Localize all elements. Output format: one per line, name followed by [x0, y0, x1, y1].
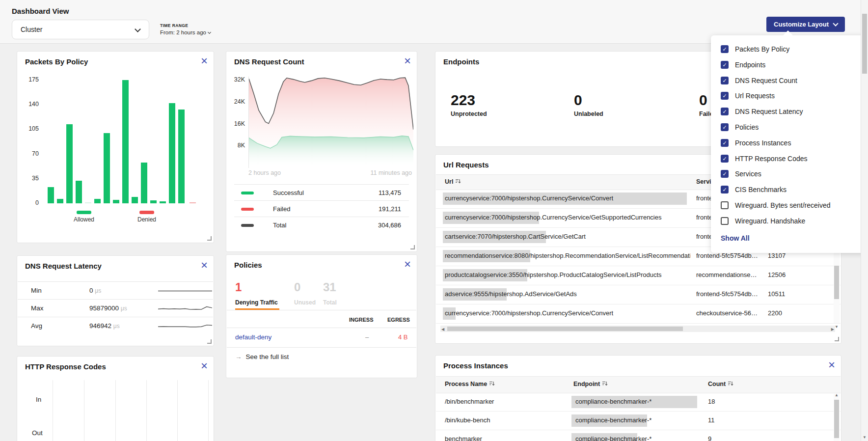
table-row[interactable]: currencyservice:7000/hipstershop.Currenc… — [436, 304, 841, 324]
table-row[interactable]: /bin/kube-benchcompliance-benchmarker-*1… — [436, 411, 841, 430]
checkbox-checked-icon[interactable]: ✓ — [721, 92, 729, 100]
y-axis-tick: 16K — [230, 120, 245, 127]
allowed-bar — [113, 200, 119, 203]
url-cell: currencyservice:7000/hipstershop.Currenc… — [445, 309, 690, 317]
chevron-down-icon — [208, 30, 211, 34]
arrow-right-icon: → — [235, 353, 242, 360]
count-cell: 18 — [708, 398, 747, 405]
menu-item[interactable]: Wireguard. Handshake — [721, 216, 805, 226]
menu-item-label: Wireguard. Bytes sent/received — [735, 201, 831, 209]
chart-gridline — [53, 380, 53, 441]
latency-sparkline — [158, 287, 212, 297]
checkbox-checked-icon[interactable]: ✓ — [721, 139, 729, 147]
card-title: HTTP Response Codes — [25, 362, 106, 371]
checkbox-checked-icon[interactable]: ✓ — [721, 123, 729, 131]
legend-label: Total — [273, 221, 286, 229]
show-all-link[interactable]: Show All — [721, 234, 750, 242]
menu-item[interactable]: ✓CIS Benchmarks — [721, 184, 787, 195]
close-icon[interactable]: × — [201, 359, 208, 372]
table-row[interactable]: /bin/benchmarkercompliance-benchmarker-*… — [436, 392, 841, 412]
menu-item[interactable]: ✓Url Requests — [721, 90, 775, 101]
y-axis-tick: 24K — [230, 98, 245, 105]
see-full-list-link[interactable]: →See the full list — [235, 353, 289, 360]
stat-value: 0 — [574, 92, 582, 109]
checkbox-checked-icon[interactable]: ✓ — [721, 170, 729, 178]
stat-value: 223 — [451, 92, 475, 109]
legend-row: Failed191,211 — [234, 200, 409, 217]
menu-item-label: DNS Request Latency — [735, 108, 803, 115]
menu-item[interactable]: ✓Packets By Policy — [721, 44, 789, 55]
checkbox-checked-icon[interactable]: ✓ — [721, 155, 729, 163]
table-row[interactable]: adservice:9555/hipstershop.AdService/Get… — [436, 285, 841, 304]
page-title: Dashboard View — [12, 7, 69, 15]
menu-item-label: Services — [735, 170, 761, 178]
sort-icon — [602, 381, 608, 388]
menu-item[interactable]: ✓Services — [721, 168, 761, 179]
column-header-count[interactable]: Count — [708, 381, 733, 388]
resize-handle[interactable] — [410, 245, 415, 249]
latency-sparkline — [158, 322, 212, 332]
scroll-down-icon[interactable]: ▼ — [835, 325, 839, 329]
table-row[interactable]: productcatalogservice:3550/hipstershop.P… — [436, 266, 841, 285]
checkbox-checked-icon[interactable]: ✓ — [721, 45, 729, 53]
sort-icon — [728, 381, 733, 388]
policy-name-link[interactable]: default-deny — [235, 333, 271, 341]
menu-item-label: Endpoints — [735, 61, 765, 69]
count-cell: 11 — [708, 416, 747, 424]
scroll-right-icon[interactable]: ▶ — [831, 327, 834, 331]
resize-handle[interactable] — [207, 339, 212, 344]
legend-row: Successful113,475 — [234, 184, 409, 201]
menu-item[interactable]: ✓HTTP Response Codes — [721, 153, 808, 164]
endpoint-cell: compliance-benchmarker-* — [575, 435, 698, 441]
time-range-from[interactable]: From: 2 hours ago — [160, 29, 211, 35]
column-header-endpoint[interactable]: Endpoint — [573, 381, 608, 388]
column-header-process-name[interactable]: Process Name — [445, 381, 495, 388]
menu-item[interactable]: ✓Process Instances — [721, 138, 791, 148]
close-icon[interactable]: × — [828, 358, 835, 371]
denied-bar — [190, 202, 196, 203]
checkbox-checked-icon[interactable]: ✓ — [721, 186, 729, 193]
url-cell: cartservice:7070/hipstershop.CartService… — [445, 233, 690, 240]
allowed-bar — [48, 187, 54, 203]
customize-layout-button[interactable]: Customize Layout — [766, 17, 845, 32]
checkbox-checked-icon[interactable]: ✓ — [721, 61, 729, 69]
chart-gridline — [208, 380, 209, 441]
menu-item[interactable]: Wireguard. Bytes sent/received — [721, 200, 831, 211]
close-icon[interactable]: × — [201, 259, 208, 272]
scroll-down-icon[interactable]: ▼ — [863, 435, 867, 440]
close-icon[interactable]: × — [201, 55, 208, 67]
close-icon[interactable]: × — [404, 258, 411, 271]
sort-icon — [489, 381, 495, 388]
url-table-horizontal-scrollbar[interactable]: ◀ ▶ — [440, 326, 835, 332]
card-title: Packets By Policy — [25, 57, 88, 66]
resize-handle[interactable] — [207, 236, 212, 241]
menu-item[interactable]: ✓Policies — [721, 122, 759, 133]
checkbox-checked-icon[interactable]: ✓ — [721, 108, 729, 115]
service-cell: frontend-5fc5754db… — [696, 290, 766, 298]
x-axis-end: 11 minutes ago — [370, 169, 412, 176]
dns-area-chart — [248, 77, 413, 168]
process-table-vertical-scrollbar[interactable]: ▲ — [834, 394, 840, 441]
scroll-left-icon[interactable]: ◀ — [441, 327, 444, 331]
menu-item[interactable]: ✓DNS Request Latency — [721, 106, 803, 117]
latency-metric-label: Avg — [31, 322, 42, 330]
resize-handle[interactable] — [835, 337, 839, 341]
checkbox-checked-icon[interactable]: ✓ — [721, 77, 729, 84]
checkbox-unchecked-icon[interactable] — [721, 217, 729, 225]
close-icon[interactable]: × — [404, 55, 411, 67]
table-row[interactable]: benchmarkercompliance-benchmarker-*9 — [436, 430, 841, 441]
menu-item[interactable]: ✓Endpoints — [721, 59, 765, 70]
page-vertical-scrollbar[interactable]: ▼ — [861, 0, 868, 441]
scroll-up-icon[interactable]: ▲ — [835, 393, 839, 397]
endpoint-cell: compliance-benchmarker-* — [575, 416, 698, 424]
legend-swatch — [241, 224, 254, 227]
column-header-url[interactable]: Url — [445, 178, 461, 186]
count-cell: 10511 — [768, 290, 812, 298]
view-selector[interactable]: Cluster — [12, 20, 149, 39]
view-selector-value: Cluster — [21, 26, 42, 33]
checkbox-unchecked-icon[interactable] — [721, 201, 729, 209]
menu-item-label: Wireguard. Handshake — [735, 217, 805, 225]
menu-item[interactable]: ✓DNS Request Count — [721, 75, 797, 86]
latency-unit: μs — [95, 287, 101, 294]
process-name-cell: benchmarker — [445, 435, 568, 441]
